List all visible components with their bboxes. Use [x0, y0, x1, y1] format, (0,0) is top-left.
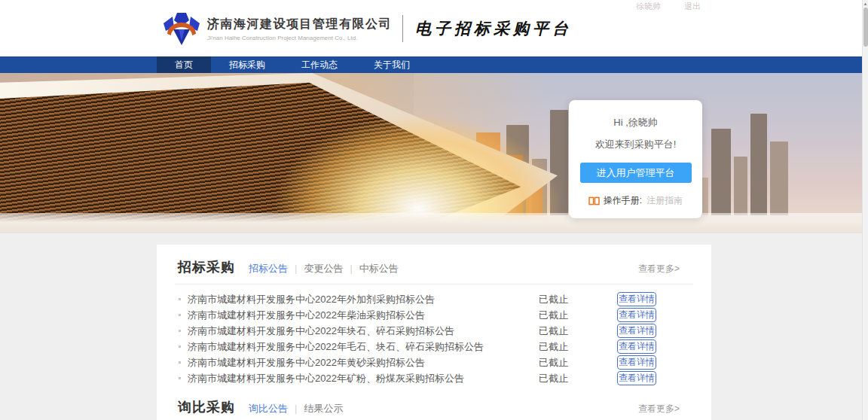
manual-book-icon	[588, 196, 600, 205]
section-tabs: 招标公告|变更公告|中标公告	[249, 262, 399, 275]
skyline-building	[770, 142, 788, 215]
scrollbar-thumb[interactable]	[863, 8, 868, 47]
section-tab[interactable]: 招标公告	[249, 263, 288, 274]
announcement-status: 已截止	[539, 356, 617, 370]
section-tab[interactable]: 结果公示	[304, 403, 343, 414]
user-bar: 徐晓帅 退出	[615, 1, 701, 12]
company-names: 济南海河建设项目管理有限公司 Ji'nan Haihe Construction…	[207, 17, 392, 41]
tab-separator: |	[350, 263, 352, 274]
manual-row: 操作手册: 注册指南	[569, 194, 702, 207]
username-link[interactable]: 徐晓帅	[636, 2, 661, 11]
view-detail-button[interactable]: 查看详情	[617, 308, 656, 322]
vertical-scrollbar[interactable]: ▲	[862, 0, 868, 420]
announcement-status: 已截止	[539, 340, 617, 354]
branding: 济南海河建设项目管理有限公司 Ji'nan Haihe Construction…	[162, 11, 572, 47]
nav-item-label: 关于我们	[374, 59, 410, 70]
announcement-status: 已截止	[539, 309, 617, 322]
main-nav: 首页 招标采购 工作动态 关于我们	[0, 56, 862, 73]
platform-title: 电子招标采购平台	[415, 18, 572, 39]
bullet-icon	[179, 361, 181, 364]
announcement-section: 招标采购 招标公告|变更公告|中标公告 查看更多> 济南市城建材料开发服务中心2…	[157, 258, 711, 386]
announcement-row: 济南市城建材料开发服务中心2022年矿粉、粉煤灰采购招标公告 已截止 查看详情	[157, 370, 711, 386]
section-tab[interactable]: 中标公告	[359, 263, 399, 274]
welcome-text: 欢迎来到采购平台!	[569, 138, 702, 151]
nav-list: 首页 招标采购 工作动态 关于我们	[157, 56, 862, 73]
register-guide-link[interactable]: 注册指南	[646, 194, 683, 207]
bullet-icon	[179, 314, 181, 316]
bullet-icon	[179, 345, 181, 348]
hero-sun-glare	[234, 88, 603, 233]
nav-item-label: 招标采购	[229, 59, 265, 70]
view-detail-button[interactable]: 查看详情	[617, 324, 656, 338]
enter-platform-button[interactable]: 进入用户管理平台	[580, 163, 692, 183]
hero-plaza	[0, 213, 862, 233]
announcement-title[interactable]: 济南市城建材料开发服务中心2022年块石、碎石采购招标公告	[188, 324, 539, 338]
hero-banner: Hi ,徐晓帅 欢迎来到采购平台! 进入用户管理平台 操作手册: 注册指南	[0, 73, 862, 233]
section-tabs: 询比公告|结果公示	[249, 402, 343, 415]
announcement-title[interactable]: 济南市城建材料开发服务中心2022年毛石、块石、碎石采购招标公告	[188, 340, 539, 354]
bullet-icon	[179, 330, 181, 332]
view-detail-button[interactable]: 查看详情	[617, 371, 656, 385]
section-divider	[175, 284, 693, 285]
announcement-status: 已截止	[539, 372, 617, 385]
greeting-text: Hi ,徐晓帅	[569, 116, 702, 129]
section-header: 招标采购 招标公告|变更公告|中标公告 查看更多>	[157, 258, 711, 276]
announcement-title[interactable]: 济南市城建材料开发服务中心2022年外加剂采购招标公告	[188, 293, 539, 306]
section-header: 询比采购 询比公告|结果公示 查看更多>	[157, 398, 711, 416]
tab-separator: |	[295, 403, 297, 414]
nav-item-label: 工作动态	[301, 59, 338, 70]
tab-separator: |	[295, 263, 297, 274]
bullet-icon	[179, 298, 181, 300]
nav-item[interactable]: 工作动态	[283, 56, 356, 73]
section-tab[interactable]: 询比公告	[249, 403, 288, 414]
section-title: 招标采购	[178, 258, 235, 276]
skyline-building	[750, 114, 767, 215]
announcement-row: 济南市城建材料开发服务中心2022年毛石、块石、碎石采购招标公告 已截止 查看详…	[157, 339, 711, 355]
section-rows: 济南市城建材料开发服务中心2022年外加剂采购招标公告 已截止 查看详情 济南市…	[157, 291, 711, 386]
brand-divider	[402, 15, 403, 42]
announcement-section: 询比采购 询比公告|结果公示 查看更多>	[157, 398, 711, 420]
view-detail-button[interactable]: 查看详情	[617, 339, 656, 354]
bullet-icon	[179, 377, 181, 379]
announcement-row: 济南市城建材料开发服务中心2022年黄砂采购招标公告 已截止 查看详情	[157, 355, 711, 370]
section-tab[interactable]: 变更公告	[304, 263, 343, 274]
skyline-building	[734, 157, 747, 215]
skyline-building	[711, 129, 731, 215]
section-more-link[interactable]: 查看更多>	[638, 403, 680, 415]
logout-link[interactable]: 退出	[684, 2, 701, 11]
announcement-status: 已截止	[539, 293, 617, 306]
company-name-en: Ji'nan Haihe Construction Project Manage…	[207, 35, 392, 41]
section-title: 询比采购	[178, 398, 235, 416]
top-header: 徐晓帅 退出 济南海河建设项目管理有限公司 Ji'nan Haihe Const…	[0, 0, 868, 56]
nav-item-label: 首页	[175, 59, 193, 70]
view-detail-button[interactable]: 查看详情	[617, 292, 656, 306]
sections: 招标采购 招标公告|变更公告|中标公告 查看更多> 济南市城建材料开发服务中心2…	[157, 258, 711, 420]
page: 徐晓帅 退出 济南海河建设项目管理有限公司 Ji'nan Haihe Const…	[0, 0, 868, 420]
announcement-status: 已截止	[539, 324, 617, 338]
announcements-card: 招标采购 招标公告|变更公告|中标公告 查看更多> 济南市城建材料开发服务中心2…	[157, 245, 711, 420]
company-logo-icon	[162, 11, 201, 47]
manual-label: 操作手册:	[604, 194, 642, 207]
nav-item[interactable]: 首页	[157, 56, 211, 73]
welcome-card: Hi ,徐晓帅 欢迎来到采购平台! 进入用户管理平台 操作手册: 注册指南	[569, 100, 702, 218]
nav-item[interactable]: 关于我们	[356, 56, 428, 73]
main-content: 招标采购 招标公告|变更公告|中标公告 查看更多> 济南市城建材料开发服务中心2…	[0, 233, 868, 420]
view-detail-button[interactable]: 查看详情	[617, 355, 656, 370]
announcement-title[interactable]: 济南市城建材料开发服务中心2022年柴油采购招标公告	[188, 309, 539, 322]
section-more-link[interactable]: 查看更多>	[638, 263, 680, 275]
announcement-row: 济南市城建材料开发服务中心2022年块石、碎石采购招标公告 已截止 查看详情	[157, 323, 711, 339]
announcement-title[interactable]: 济南市城建材料开发服务中心2022年黄砂采购招标公告	[188, 356, 539, 370]
announcement-row: 济南市城建材料开发服务中心2022年外加剂采购招标公告 已截止 查看详情	[157, 291, 711, 307]
announcement-title[interactable]: 济南市城建材料开发服务中心2022年矿粉、粉煤灰采购招标公告	[188, 372, 539, 385]
company-name-cn: 济南海河建设项目管理有限公司	[207, 17, 392, 32]
scroll-up-arrow-icon[interactable]: ▲	[863, 0, 868, 8]
announcement-row: 济南市城建材料开发服务中心2022年柴油采购招标公告 已截止 查看详情	[157, 307, 711, 323]
nav-item[interactable]: 招标采购	[211, 56, 283, 73]
